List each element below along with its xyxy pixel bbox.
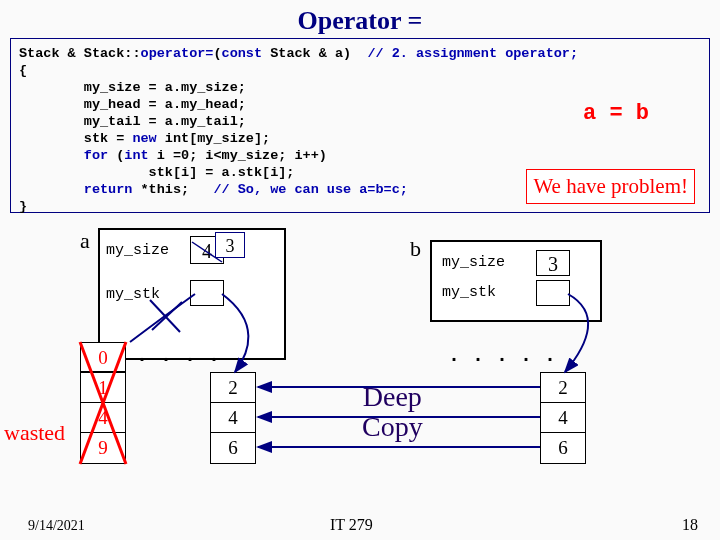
b-mysize-value: 3 xyxy=(536,250,570,276)
deep-copy-label: Deep Copy xyxy=(362,382,423,442)
footer-course: IT 279 xyxy=(330,516,373,534)
array-b: 2 4 6 xyxy=(540,372,586,464)
footer-date: 9/14/2021 xyxy=(28,518,85,534)
array-a-new-cell: 4 xyxy=(211,403,255,433)
array-a-old-cell: 4 xyxy=(81,403,125,433)
array-b-cell: 4 xyxy=(541,403,585,433)
object-b-label: b xyxy=(410,236,421,262)
array-a-old-cell: 1 xyxy=(81,373,125,403)
footer-page: 18 xyxy=(682,516,698,534)
b-mystk-label: my_stk xyxy=(442,284,496,301)
array-a-new-cell: 6 xyxy=(211,433,255,463)
array-a-new: 2 4 6 xyxy=(210,372,256,464)
object-b-box xyxy=(430,240,602,322)
array-a-old: 1 4 9 xyxy=(80,372,126,464)
b-mysize-label: my_size xyxy=(442,254,505,271)
a-mysize-label: my_size xyxy=(106,242,169,259)
slide-title: Operator = xyxy=(0,0,720,38)
wasted-label: wasted xyxy=(4,420,65,446)
array-a-old-top-cell: 0 xyxy=(80,342,126,372)
dots-b: . . . . . xyxy=(448,344,556,367)
a-mysize-new-value: 3 xyxy=(215,232,245,258)
array-a-new-cell: 2 xyxy=(211,373,255,403)
array-a-old-cell: 9 xyxy=(81,433,125,463)
array-b-cell: 2 xyxy=(541,373,585,403)
a-mystk-label: my_stk xyxy=(106,286,160,303)
dots-a: . . . . xyxy=(136,344,220,367)
array-b-cell: 6 xyxy=(541,433,585,463)
b-mystk-box xyxy=(536,280,570,306)
diagram-area: a my_size my_stk 4 3 b my_size my_stk 3 … xyxy=(0,222,720,502)
annotation-a-equals-b: a = b xyxy=(583,101,649,126)
a-mystk-box xyxy=(190,280,224,306)
problem-callout: We have problem! xyxy=(526,169,695,204)
object-a-label: a xyxy=(80,228,90,254)
code-box: Stack & Stack::operator=(const Stack & a… xyxy=(10,38,710,213)
